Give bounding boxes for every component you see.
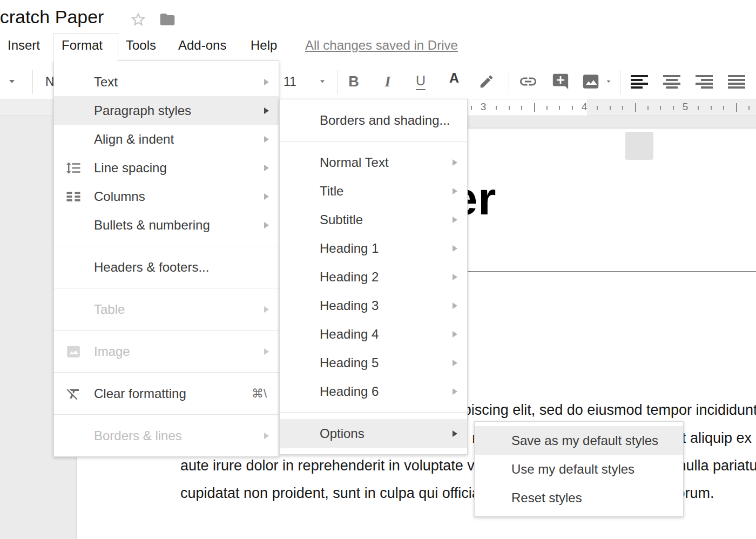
save-status-link[interactable]: All changes saved in Drive	[305, 38, 458, 53]
ruler-tick	[496, 106, 497, 110]
toolbar-separator	[509, 70, 509, 94]
menu-item-label: Columns	[94, 189, 145, 204]
menu-item-label: Use my default styles	[511, 462, 634, 477]
menu-item-borders-lines: Borders & lines	[54, 421, 279, 450]
font-size-value[interactable]: 11	[284, 75, 296, 89]
format-menu: TextParagraph stylesAlign & indentLine s…	[53, 60, 279, 457]
menubar-format-open[interactable]: Format	[53, 33, 118, 62]
menu-item-heading-4[interactable]: Heading 4	[280, 320, 467, 348]
ruler-tick	[559, 106, 560, 110]
menu-item-columns[interactable]: Columns	[54, 182, 279, 211]
menu-item-heading-1[interactable]: Heading 1	[280, 234, 467, 262]
menu-item-label: Table	[94, 302, 125, 317]
menu-item-table: Table	[54, 295, 279, 324]
ruler-tick	[736, 103, 737, 112]
submenu-arrow-icon	[453, 159, 457, 166]
ruler-tick	[673, 106, 674, 110]
submenu-arrow-icon	[264, 165, 269, 171]
columns-icon	[63, 188, 84, 205]
menu-item-heading-5[interactable]: Heading 5	[280, 348, 467, 377]
submenu-arrow-icon	[264, 193, 269, 200]
menu-item-options[interactable]: Options	[280, 419, 467, 448]
menu-item-label: Heading 5	[320, 355, 379, 370]
menu-item-label: Line spacing	[94, 160, 167, 176]
menu-item-reset-styles[interactable]: Reset styles	[475, 483, 683, 512]
menubar-insert[interactable]: Insert	[8, 38, 40, 53]
menu-item-label: Subtitle	[320, 212, 363, 227]
insert-image-caret-icon[interactable]	[603, 64, 615, 99]
ruler-tick	[597, 106, 598, 110]
menubar-addons[interactable]: Add-ons	[178, 38, 226, 53]
italic-icon[interactable]: I	[375, 64, 400, 99]
star-icon[interactable]	[130, 11, 147, 28]
submenu-arrow-icon	[453, 430, 457, 437]
submenu-arrow-icon	[264, 107, 269, 114]
menu-item-label: Title	[320, 184, 343, 199]
menu-separator	[54, 372, 279, 373]
ruler-tick	[521, 106, 522, 110]
align-center-icon[interactable]	[659, 64, 685, 99]
insert-link-icon[interactable]	[516, 64, 541, 99]
ruler-tick	[572, 106, 573, 110]
highlight-color-icon[interactable]	[474, 64, 499, 99]
align-right-icon[interactable]	[691, 64, 717, 99]
menu-item-label: Save as my default styles	[511, 433, 658, 448]
menu-item-label: Heading 2	[320, 270, 379, 285]
toolbar-separator	[338, 70, 338, 94]
text-color-icon[interactable]: A	[442, 64, 467, 92]
menu-item-line-spacing[interactable]: Line spacing	[54, 153, 279, 182]
add-comment-icon[interactable]	[548, 64, 573, 99]
submenu-arrow-icon	[453, 188, 457, 194]
menu-item-label: Reset styles	[511, 490, 582, 506]
menu-item-use-my-default-styles[interactable]: Use my default styles	[475, 455, 683, 483]
menubar-tools[interactable]: Tools	[126, 38, 156, 53]
menu-item-save-as-my-default-styles[interactable]: Save as my default styles	[475, 426, 683, 455]
menu-item-label: Heading 3	[320, 298, 379, 313]
menu-separator	[280, 412, 467, 413]
menu-item-text[interactable]: Text	[54, 68, 279, 96]
menu-item-heading-3[interactable]: Heading 3	[280, 291, 467, 320]
menu-item-borders-and-shading[interactable]: Borders and shading...	[280, 106, 467, 134]
menu-item-image: Image	[54, 337, 279, 366]
menu-item-align-indent[interactable]: Align & indent	[54, 125, 279, 153]
bold-icon[interactable]: B	[341, 64, 366, 99]
toolbar-separator	[32, 70, 33, 94]
menu-item-bullets-numbering[interactable]: Bullets & numbering	[54, 211, 279, 239]
line-spacing-icon	[63, 160, 84, 176]
ruler-tick	[748, 106, 750, 110]
folder-icon[interactable]	[159, 11, 176, 28]
underline-icon[interactable]: U	[408, 64, 433, 99]
menu-item-paragraph-styles[interactable]: Paragraph styles	[54, 96, 279, 125]
insert-image-icon[interactable]	[579, 64, 603, 99]
menu-item-normal-text[interactable]: Normal Text	[280, 148, 467, 177]
menu-item-title[interactable]: Title	[280, 177, 467, 205]
menubar-help[interactable]: Help	[251, 38, 277, 53]
menu-item-label: Heading 4	[320, 327, 379, 342]
justify-icon[interactable]	[724, 64, 750, 99]
menu-item-headers-footers[interactable]: Headers & footers...	[54, 253, 279, 281]
submenu-arrow-icon	[264, 79, 269, 85]
submenu-arrow-icon	[453, 217, 457, 223]
doc-title-input[interactable]: Scratch Paper	[0, 6, 104, 28]
ruler-tick	[546, 106, 548, 110]
toolbar-separator	[620, 70, 620, 94]
ruler-inch-number: 5	[683, 101, 688, 113]
image-icon	[63, 343, 84, 360]
menu-item-label: Align & indent	[94, 132, 174, 147]
submenu-arrow-icon	[264, 306, 269, 313]
zoom-dropdown-caret-icon[interactable]	[4, 64, 19, 99]
menu-item-label: Headers & footers...	[94, 260, 209, 275]
submenu-arrow-icon	[453, 245, 457, 252]
submenu-arrow-icon	[453, 360, 457, 366]
ruler-tick	[622, 106, 623, 110]
menu-item-subtitle[interactable]: Subtitle	[280, 205, 467, 234]
font-size-caret-icon[interactable]	[316, 64, 329, 99]
submenu-arrow-icon	[264, 433, 269, 439]
menu-separator	[54, 246, 279, 246]
align-left-icon[interactable]	[626, 64, 652, 99]
menu-item-clear-formatting[interactable]: Clear formatting⌘\	[54, 379, 279, 408]
menu-item-heading-2[interactable]: Heading 2	[280, 262, 467, 291]
menu-separator	[280, 141, 467, 142]
menu-item-heading-6[interactable]: Heading 6	[280, 377, 467, 406]
paragraph-styles-menu: Borders and shading...Normal TextTitleSu…	[279, 99, 468, 455]
